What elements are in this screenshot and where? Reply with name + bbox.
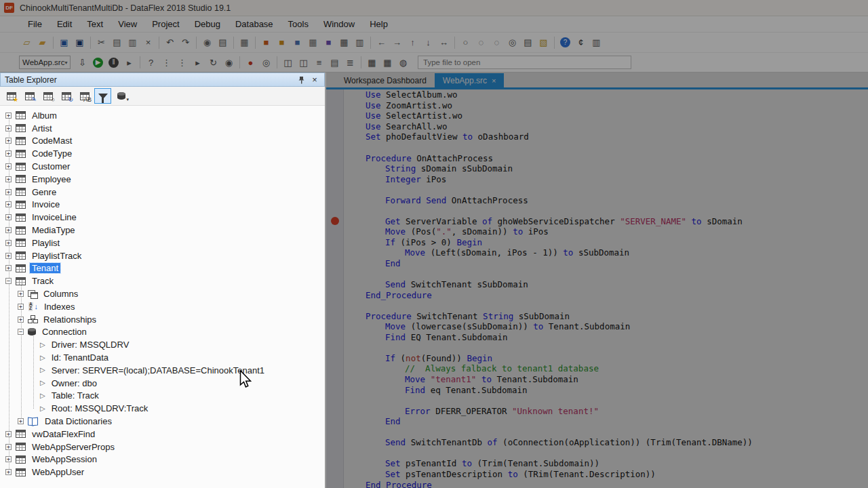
collapse-icon[interactable]: − [5, 278, 12, 284]
tab-webapp-src[interactable]: WebApp.src× [435, 73, 505, 87]
windows-app-button[interactable]: ▦ [305, 35, 321, 50]
expand-icon[interactable]: + [5, 253, 12, 259]
toggle-breakpoint-button[interactable]: ● [243, 55, 258, 70]
tree-row-artist[interactable]: +Artist [0, 122, 323, 135]
tree-row-vwdataflexfind[interactable]: +vwDataFlexFind [0, 428, 323, 441]
expand-icon[interactable]: + [5, 431, 12, 437]
print-button[interactable]: ▤ [215, 35, 231, 50]
expand-icon[interactable]: + [18, 304, 24, 310]
tab-workspace-dashboard[interactable]: Workspace Dashboard [336, 73, 435, 87]
configure-button[interactable]: ▧ [536, 35, 551, 50]
stop-button[interactable]: ◉ [221, 55, 237, 70]
copy-special-button[interactable]: ▦ [237, 35, 252, 50]
expand-icon[interactable]: + [18, 291, 24, 297]
connect-workspace-button[interactable]: ■ [290, 35, 305, 50]
step-over-button[interactable]: ⋮ [159, 55, 174, 70]
nav-forward-button[interactable]: → [389, 35, 405, 50]
expand-icon[interactable]: + [5, 214, 12, 220]
expand-icon[interactable]: + [5, 469, 12, 475]
expand-icon[interactable]: + [5, 265, 12, 271]
web-app-button[interactable]: ■ [274, 35, 290, 50]
tree-row-columns[interactable]: +Columns [0, 287, 323, 300]
restructure-table-button[interactable]: ↻ [58, 88, 75, 104]
code-editor[interactable]: Use SelectAlbum.woUse ZoomArtist.woUse S… [326, 89, 868, 488]
view-table-data-button[interactable]: ○ [39, 88, 56, 104]
sql-tool-button[interactable]: ◍ [395, 55, 411, 70]
report-wizard-button[interactable]: ▥ [352, 35, 368, 50]
table-viewer-button[interactable]: ▥ [589, 35, 604, 50]
bookmark-prev-button[interactable]: ↑ [405, 35, 420, 50]
expand-icon[interactable]: + [5, 150, 12, 157]
expand-icon[interactable]: + [5, 201, 12, 207]
tree-row-customer[interactable]: +Customer [0, 160, 323, 173]
tree-row-track[interactable]: −Track [0, 274, 323, 287]
tree-row-tenant[interactable]: +Tenant [0, 262, 323, 275]
menu-help[interactable]: Help [362, 17, 395, 31]
tree-row-webappuser[interactable]: +WebAppUser [0, 466, 323, 479]
close-icon[interactable]: × [309, 75, 320, 85]
save-all-button[interactable]: ▣ [72, 35, 87, 50]
expand-icon[interactable]: + [5, 163, 12, 169]
menu-tools[interactable]: Tools [281, 17, 316, 31]
breakpoint-icon[interactable] [331, 217, 339, 225]
tree-row-webappsession[interactable]: +WebAppSession [0, 453, 323, 466]
expand-icon[interactable]: + [5, 113, 12, 119]
tree-row-indexes[interactable]: +AZ↓Indexes [0, 300, 323, 313]
replace-button[interactable]: ◌ [489, 35, 505, 50]
compile-button[interactable]: ⇩ [75, 55, 90, 70]
whats-this-button[interactable]: ¢ [573, 35, 589, 50]
run-to-cursor-button[interactable]: ▸ [190, 55, 205, 70]
tree-row-codemast[interactable]: +CodeMast [0, 135, 323, 148]
tree-row-server-server-local-database-c[interactable]: ▷Server: SERVER=(local);DATABASE=Chinook… [0, 364, 323, 377]
expand-icon[interactable]: + [5, 456, 12, 462]
tree-row-connection[interactable]: −Connection [0, 326, 323, 339]
help-button[interactable]: ? [557, 35, 573, 50]
collapse-icon[interactable]: − [18, 329, 24, 335]
tree-row-data-dictionaries[interactable]: +Data Dictionaries [0, 415, 323, 428]
step-into-button[interactable]: ? [143, 55, 159, 70]
run-button[interactable]: ▶ [90, 55, 106, 70]
expand-icon[interactable]: + [5, 138, 12, 144]
menu-debug[interactable]: Debug [187, 17, 228, 31]
menu-file[interactable]: File [20, 17, 50, 31]
call-stack-panel-button[interactable]: ≡ [311, 55, 327, 70]
locals-panel-button[interactable]: ◫ [296, 55, 311, 70]
source-file-combo[interactable]: WebApp.src ▾ [19, 56, 71, 69]
paste-button[interactable]: ▥ [125, 35, 140, 50]
macro-record-button[interactable]: ◉ [199, 35, 215, 50]
library-button[interactable]: ■ [321, 35, 336, 50]
find-button[interactable]: ○ [458, 35, 473, 50]
rename-table-button[interactable]: AB [76, 88, 93, 104]
expand-icon[interactable]: + [5, 240, 12, 246]
tree-row-driver-mssqldrv[interactable]: ▷Driver: MSSQLDRV [0, 338, 323, 351]
clear-breakpoints-button[interactable]: ◎ [258, 55, 274, 70]
order-entry-sample-button[interactable]: ■ [258, 35, 274, 50]
menu-database[interactable]: Database [228, 17, 281, 31]
expand-icon[interactable]: + [5, 227, 12, 233]
bookmark-next-button[interactable]: ↓ [420, 35, 436, 50]
pause-button[interactable]: ‖ [106, 55, 121, 70]
edit-table-button[interactable]: ✎ [21, 88, 38, 104]
redo-button[interactable]: ↷ [178, 35, 193, 50]
undo-button[interactable]: ↶ [162, 35, 178, 50]
filter-tables-button[interactable] [94, 88, 111, 104]
connections-button[interactable]: ▾ [113, 88, 130, 104]
menu-view[interactable]: View [111, 17, 144, 31]
new-file-button[interactable]: ▱ [19, 35, 35, 50]
tree-row-owner-dbo[interactable]: ▷Owner: dbo [0, 377, 323, 390]
save-button[interactable]: ▣ [56, 35, 72, 50]
bookmark-toggle-button[interactable]: ↔ [436, 35, 452, 50]
new-table-button[interactable]: ★ [3, 88, 20, 104]
run-without-debug-button[interactable]: ▸ [121, 55, 137, 70]
tree-row-invoice[interactable]: +Invoice [0, 199, 323, 211]
menu-window[interactable]: Window [316, 17, 362, 31]
menu-project[interactable]: Project [144, 17, 186, 31]
watches-panel-button[interactable]: ◫ [280, 55, 296, 70]
menu-edit[interactable]: Edit [50, 17, 79, 31]
panel-list-button[interactable]: ≣ [342, 55, 358, 70]
find-in-files-button[interactable]: ◎ [505, 35, 520, 50]
database-builder-button[interactable]: ▦ [380, 55, 395, 70]
expand-icon[interactable]: + [5, 125, 12, 131]
tree-row-employee[interactable]: +Employee [0, 173, 323, 186]
delete-button[interactable]: × [140, 35, 156, 50]
